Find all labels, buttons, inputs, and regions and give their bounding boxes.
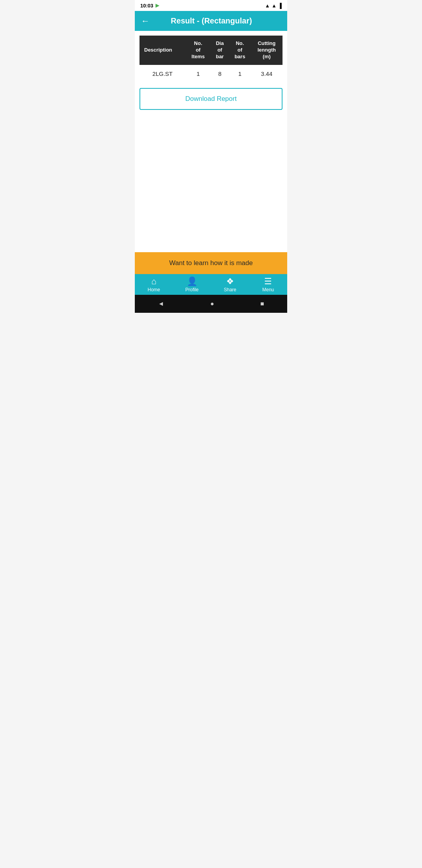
bottom-nav: ⌂ Home 👤 Profile ❖ Share ☰ Menu [135, 274, 287, 295]
profile-icon: 👤 [187, 277, 197, 286]
nav-menu-label: Menu [262, 287, 274, 292]
learn-banner[interactable]: Want to learn how it is made [135, 252, 287, 274]
cell-no-bars: 1 [229, 65, 251, 82]
table-header: Description No.ofItems Diaofbar No.ofbar… [139, 36, 283, 65]
home-icon: ⌂ [151, 277, 156, 286]
col-header-dia-bar: Diaofbar [211, 36, 229, 65]
share-icon: ❖ [226, 277, 234, 286]
cell-dia-bar: 8 [211, 65, 229, 82]
col-header-cutting-length: Cuttinglenngth(m) [251, 36, 283, 65]
cell-no-items: 1 [186, 65, 211, 82]
nav-menu[interactable]: ☰ Menu [249, 277, 288, 292]
table-body: 2LG.ST 1 8 1 3.44 [139, 65, 283, 82]
result-table: Description No.ofItems Diaofbar No.ofbar… [139, 36, 283, 82]
play-icon: ▶ [156, 3, 159, 8]
nav-home-label: Home [148, 287, 160, 292]
android-back-button[interactable]: ◄ [158, 300, 164, 307]
android-recents-button[interactable]: ■ [260, 300, 264, 307]
col-header-no-items: No.ofItems [186, 36, 211, 65]
nav-profile[interactable]: 👤 Profile [173, 277, 211, 292]
battery-icon: ▐ [278, 3, 282, 9]
table-row: 2LG.ST 1 8 1 3.44 [139, 65, 283, 82]
col-header-description: Description [139, 36, 186, 65]
back-button[interactable]: ← [141, 17, 154, 25]
time-display: 10:03 [140, 3, 153, 9]
menu-icon: ☰ [264, 277, 272, 286]
status-bar: 10:03 ▶ ▲ ▲ ▐ [135, 0, 287, 11]
android-nav-bar: ◄ ● ■ [135, 295, 287, 313]
nav-share[interactable]: ❖ Share [211, 277, 249, 292]
nav-share-label: Share [224, 287, 236, 292]
col-header-no-bars: No.ofbars [229, 36, 251, 65]
nav-profile-label: Profile [185, 287, 198, 292]
content-spacer [139, 115, 283, 247]
wifi-icon: ▲ [265, 3, 270, 9]
page-title: Result - (Rectangular) [154, 16, 281, 25]
nav-home[interactable]: ⌂ Home [135, 277, 173, 292]
download-report-button[interactable]: Download Report [139, 88, 283, 110]
cell-cutting-length: 3.44 [251, 65, 283, 82]
cell-description: 2LG.ST [139, 65, 186, 82]
signal-icon: ▲ [272, 3, 277, 9]
app-header: ← Result - (Rectangular) [135, 11, 287, 31]
android-home-button[interactable]: ● [210, 300, 214, 307]
status-icons: ▲ ▲ ▐ [265, 3, 282, 9]
main-content: Description No.ofItems Diaofbar No.ofbar… [135, 31, 287, 252]
